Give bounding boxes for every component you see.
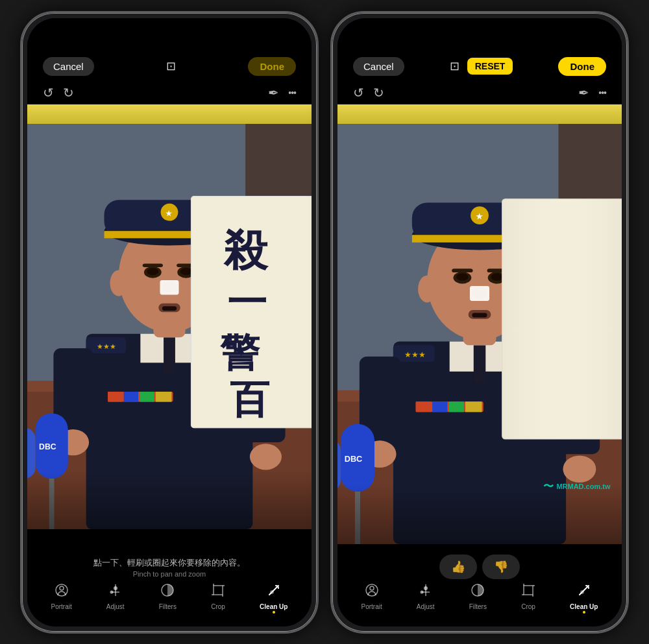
bottom-toolbar-left: ✦ 點一下、輕刷或圈起來你要移除的內容。 Pinch to pan and zo… xyxy=(27,529,312,626)
markup-icon[interactable]: ✒ xyxy=(268,85,279,101)
svg-rect-8 xyxy=(108,391,122,401)
cancel-button-right[interactable]: Cancel xyxy=(353,57,404,76)
svg-point-19 xyxy=(250,444,282,470)
filters-icon-right xyxy=(471,583,485,601)
svg-rect-72 xyxy=(449,401,464,412)
cleanup-dot-left xyxy=(273,611,275,614)
volume-down-button-right[interactable] xyxy=(330,185,332,224)
power-button-right[interactable] xyxy=(627,117,629,162)
volume-up-button[interactable] xyxy=(20,136,22,175)
volume-up-button-right[interactable] xyxy=(330,136,332,175)
portrait-label-right: Portrait xyxy=(361,603,382,610)
photo-area-left[interactable]: ★★★ ★★★ ★ xyxy=(27,124,312,529)
phone-frame-left: Cancel ⊡ Done ↺ ↻ ✒ ••• xyxy=(20,11,319,634)
svg-text:DBC: DBC xyxy=(345,453,363,463)
phone-screen-left: Cancel ⊡ Done ↺ ↻ ✒ ••• xyxy=(27,18,312,626)
cleanup-tab-left[interactable]: Clean Up xyxy=(260,583,288,614)
markup-icon-right[interactable]: ✒ xyxy=(578,85,589,101)
phone-screen-right: Cancel ⊡ RESET Done ↺ ↻ ✒ ••• xyxy=(337,18,622,626)
svg-text:一: 一 xyxy=(227,280,267,324)
cancel-button-left[interactable]: Cancel xyxy=(43,57,94,76)
svg-rect-102 xyxy=(502,198,622,438)
svg-point-91 xyxy=(456,273,469,281)
thumbs-down-button[interactable]: 👎 xyxy=(482,555,520,579)
svg-text:百: 百 xyxy=(230,377,270,422)
svg-rect-71 xyxy=(432,401,447,412)
tool-tabs-right: Portrait Adjust xyxy=(337,583,622,614)
cleanup-dot-right xyxy=(583,611,585,614)
cleanup-label-right: Clean Up xyxy=(570,603,598,610)
filters-tab-right[interactable]: Filters xyxy=(469,583,487,614)
mute-button[interactable] xyxy=(20,104,22,126)
adjust-tab-right[interactable]: Adjust xyxy=(417,583,435,614)
filters-label-left: Filters xyxy=(159,603,177,610)
svg-point-50 xyxy=(60,586,64,590)
tool-bar-left: ↺ ↻ ✒ ••• xyxy=(27,82,312,104)
volume-down-button[interactable] xyxy=(20,185,22,224)
svg-rect-93 xyxy=(452,268,472,272)
adjust-icon-left xyxy=(108,583,123,601)
filters-tab-left[interactable]: Filters xyxy=(159,583,177,614)
done-button-right[interactable]: Done xyxy=(558,57,606,76)
svg-rect-47 xyxy=(27,427,36,478)
photo-area-right[interactable]: ★★★ ★★★ ★ xyxy=(337,124,622,544)
adjust-label-right: Adjust xyxy=(417,603,435,610)
svg-text:★★★: ★★★ xyxy=(97,342,116,350)
portrait-tab-left[interactable]: Portrait xyxy=(51,583,72,614)
more-icon[interactable]: ••• xyxy=(288,88,296,98)
svg-text:警: 警 xyxy=(220,330,261,374)
adjust-tab-left[interactable]: Adjust xyxy=(106,583,125,614)
more-icon-right[interactable]: ••• xyxy=(598,88,606,98)
portrait-icon-right xyxy=(365,583,379,601)
feedback-bar: 👍 👎 xyxy=(337,549,622,583)
portrait-tab-right[interactable]: Portrait xyxy=(361,583,382,614)
scene-svg-left: ★★★ ★★★ ★ xyxy=(27,124,312,529)
undo-icon-right[interactable]: ↺ xyxy=(353,85,364,101)
svg-rect-98 xyxy=(472,313,487,317)
mute-button-right[interactable] xyxy=(330,104,332,126)
cleanup-icon-tab-left xyxy=(267,583,281,601)
dynamic-island-right xyxy=(444,26,515,48)
tool-tabs-left: Portrait Adjust xyxy=(27,583,312,614)
svg-rect-6 xyxy=(164,337,175,374)
svg-point-52 xyxy=(114,586,117,590)
svg-point-92 xyxy=(491,273,503,281)
crop-tab-left[interactable]: Crop xyxy=(211,583,225,614)
cleanup-label-left: Clean Up xyxy=(260,603,288,610)
yellow-banner-right xyxy=(337,104,622,124)
dynamic-island-left xyxy=(134,26,205,48)
hint-text-left: 點一下、輕刷或圈起來你要移除的內容。 xyxy=(27,557,312,570)
redo-icon-right[interactable]: ↻ xyxy=(373,85,384,101)
portrait-label-left: Portrait xyxy=(51,603,72,610)
svg-point-109 xyxy=(370,586,374,590)
reset-button[interactable]: RESET xyxy=(467,58,513,75)
adjust-icon-right xyxy=(419,583,433,601)
svg-rect-56 xyxy=(214,586,223,595)
filters-label-right: Filters xyxy=(469,603,487,610)
filters-icon-left xyxy=(160,583,175,601)
tool-bar-right: ↺ ↻ ✒ ••• xyxy=(337,82,622,104)
done-button-left[interactable]: Done xyxy=(248,57,296,76)
cleanup-tab-right[interactable]: Clean Up xyxy=(570,583,598,614)
svg-rect-9 xyxy=(124,391,138,401)
svg-rect-115 xyxy=(524,586,533,595)
crop-tab-right[interactable]: Crop xyxy=(521,583,535,614)
phone-right: Cancel ⊡ RESET Done ↺ ↻ ✒ ••• xyxy=(330,11,629,634)
undo-icon[interactable]: ↺ xyxy=(43,85,54,101)
svg-rect-34 xyxy=(160,280,178,294)
camera-icon-right: ⊡ xyxy=(450,59,459,73)
svg-point-99 xyxy=(418,275,436,302)
redo-icon[interactable]: ↻ xyxy=(63,85,74,101)
svg-rect-10 xyxy=(140,391,154,401)
svg-point-61 xyxy=(270,590,274,594)
svg-point-120 xyxy=(580,590,584,594)
svg-point-111 xyxy=(424,586,428,590)
svg-rect-70 xyxy=(416,401,431,412)
power-button[interactable] xyxy=(317,117,319,162)
crop-icon-left xyxy=(211,583,225,601)
svg-rect-68 xyxy=(474,345,486,383)
phone-frame-right: Cancel ⊡ RESET Done ↺ ↻ ✒ ••• xyxy=(330,11,629,634)
cleanup-icon-tab-right xyxy=(577,583,591,601)
thumbs-up-button[interactable]: 👍 xyxy=(439,555,477,579)
portrait-icon-left xyxy=(55,583,69,601)
